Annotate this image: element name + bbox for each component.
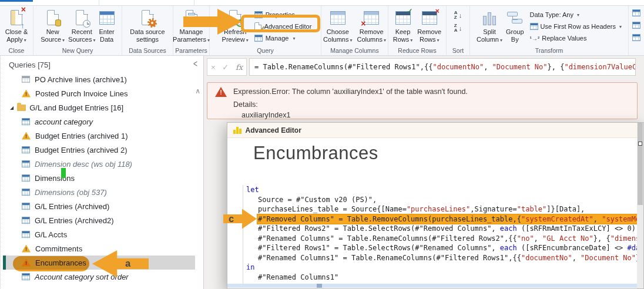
annotation-box-advanced-editor [241, 15, 320, 32]
sort-descending-button[interactable]: ZA ↓ [454, 23, 462, 32]
code-token: "purchaseLines" [407, 205, 470, 213]
warning-exclamation: ! [220, 88, 222, 97]
dropdown-caret-icon: ▾ [93, 38, 95, 43]
button-label: Source▾ [41, 36, 65, 45]
tree-expander-icon[interactable]: ◢ [10, 105, 14, 110]
new-source-button[interactable]: New Source▾ [41, 8, 65, 44]
ribbon: × ↑ Close & Apply▾ Close New Source▾ [0, 6, 644, 56]
query-item[interactable]: Dimension desc (ws obj 118) [3, 157, 195, 171]
annotation-letter-c: c [229, 214, 234, 224]
group-label-new-query: New Query [33, 47, 122, 54]
vertical-scrollbar[interactable] [637, 123, 643, 288]
code-token: "systemCreatedAt" [521, 215, 593, 223]
button-label: Apply▾ [6, 36, 26, 45]
code-line: Source = #"Custom v20 (PS)", [246, 195, 638, 205]
code-editor[interactable]: letSource = #"Custom v20 (PS)",purchaseL… [243, 185, 638, 285]
choose-columns-button[interactable]: Choose Columns▾ [323, 8, 352, 44]
button-label: Remove [360, 28, 384, 36]
query-item[interactable]: G/L Accts [3, 227, 195, 241]
combine-files-icon[interactable] [632, 34, 640, 41]
remove-columns-button[interactable]: × Remove Columns▾ [357, 8, 386, 44]
query-item[interactable]: account category [3, 115, 195, 129]
dropdown-caret-icon: ▾ [577, 12, 579, 18]
data-type-dropdown[interactable]: Data Type: Any ▾ [528, 9, 622, 21]
merge-queries-icon[interactable] [632, 9, 640, 16]
code-token: ([sRFEncumbranceDate] <> [517, 244, 628, 252]
query-item[interactable]: Account category sort order [3, 270, 195, 284]
scrollbar-thumb[interactable] [638, 123, 643, 205]
scrollbar-grip[interactable] [317, 284, 322, 288]
warning-exclamation: ! [25, 133, 27, 140]
dropdown-caret-icon: ▾ [293, 36, 295, 41]
collapse-pane-icon[interactable]: < [193, 59, 197, 70]
table-icon [22, 160, 30, 167]
query-item[interactable]: !Budget Entries (archived 1) [3, 129, 195, 143]
code-token: }, { [593, 234, 611, 243]
dropdown-caret-icon: ▾ [246, 38, 249, 43]
error-warning-icon: ! [215, 87, 227, 97]
table-icon: ✓ [395, 11, 411, 25]
query-item-label: Dimension desc (ws obj 118) [35, 160, 132, 169]
keep-rows-icon: ✓ [395, 8, 411, 27]
group-by-button[interactable]: Group By [506, 8, 524, 43]
ribbon-group-sort: AZ ↓ ZA ↓ Sort [447, 6, 470, 55]
error-message-box: ! Expression.Error: The column 'auxiliar… [207, 82, 638, 119]
button-label: Parameters▾ [173, 36, 210, 45]
clock-icon [83, 20, 90, 28]
dropdown-caret-icon: ▾ [410, 38, 412, 43]
formula-cancel-button[interactable]: × [211, 63, 216, 72]
append-queries-icon[interactable] [632, 22, 640, 29]
button-label: Choose [327, 28, 349, 36]
query-item[interactable]: Dimensions (obj 537) [3, 185, 195, 199]
split-column-button[interactable]: Split Column▾ [477, 8, 502, 44]
close-and-apply-button[interactable]: × ↑ Close & Apply▾ [5, 8, 28, 44]
remove-rows-button[interactable]: × Remove Rows▾ [417, 8, 441, 44]
query-item[interactable]: G/L Entries (Archived) [3, 199, 195, 213]
code-token: #"Renamed Columns1" = Table.RenameColumn… [258, 254, 521, 262]
use-first-row-as-headers-button[interactable]: Use First Row as Headers ▾ [528, 21, 622, 32]
data-source-settings-button[interactable]: Data source settings [130, 8, 165, 43]
table-icon [22, 189, 30, 196]
warning-icon: ! [22, 132, 31, 140]
blue-up-arrow-glyph: ↑ [21, 22, 25, 29]
horizontal-scrollbar[interactable] [227, 284, 638, 288]
fx-icon: fx [236, 63, 243, 72]
query-item[interactable]: Budget Entries (archived 2) [3, 143, 195, 157]
green-marker-artifact [61, 168, 66, 178]
code-token: in [246, 263, 254, 271]
button-label: Keep [395, 28, 411, 36]
query-item[interactable]: G/L Entries (Archived2) [3, 213, 195, 227]
formula-input[interactable]: = Table.RenameColumns(#"Filtered Rows1",… [249, 58, 636, 76]
replace-values-button[interactable]: ¹→² Replace Values [528, 32, 622, 44]
query-item[interactable]: PO Archive lines (archive1) [3, 72, 195, 86]
code-token: , [534, 234, 542, 243]
table-icon [22, 146, 30, 153]
red-x-glyph: × [435, 8, 440, 15]
table-icon [22, 231, 30, 238]
button-label: Preview▾ [222, 36, 249, 45]
code-line: #"Removed Columns" = Table.RemoveColumns… [257, 214, 638, 224]
code-token: "systemModifie [602, 215, 638, 223]
scrollbar-up-icon[interactable]: ∧ [195, 87, 200, 95]
query-name-title: Encumbrances [253, 143, 378, 164]
manage-menu-item[interactable]: Manage ▾ [251, 32, 312, 44]
query-item[interactable]: ◢G/L and Budget Entries [16] [3, 100, 195, 115]
code-token: #"Filtered Rows2" = Table.SelectRows(#"R… [258, 224, 500, 233]
query-item-label: account category [35, 117, 93, 126]
code-token: "dimension2Va [611, 234, 638, 243]
table-icon [22, 174, 30, 182]
query-item[interactable]: !Commitments [3, 241, 195, 256]
query-item[interactable]: Dimensions [3, 171, 195, 185]
keep-rows-button[interactable]: ✓ Keep Rows▾ [393, 8, 413, 44]
button-label: Column▾ [477, 36, 502, 45]
query-item-label: G/L Entries (Archived2) [35, 216, 114, 225]
formula-commit-button[interactable]: ✓ [222, 63, 229, 72]
enter-data-button[interactable]: Enter Data [99, 8, 114, 43]
query-item[interactable]: !Posted Purch Invoice Lines [3, 86, 195, 100]
queries-list: PO Archive lines (archive1)!Posted Purch… [1, 72, 195, 284]
data-type-label: Data Type: Any [530, 11, 573, 18]
sort-ascending-button[interactable]: AZ ↓ [454, 11, 462, 19]
queries-pane-title: Queries [75] [9, 61, 51, 69]
code-line: let [246, 185, 638, 195]
recent-sources-button[interactable]: Recent Sources▾ [68, 8, 95, 44]
